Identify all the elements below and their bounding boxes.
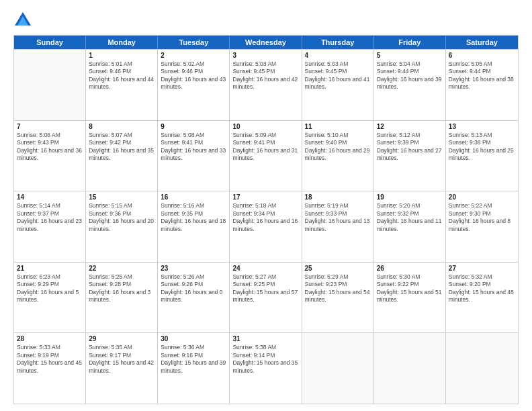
day-info: Sunrise: 5:06 AM Sunset: 9:43 PM Dayligh… bbox=[17, 132, 83, 163]
calendar-cell: 1Sunrise: 5:01 AM Sunset: 9:46 PM Daylig… bbox=[86, 50, 158, 120]
day-number: 10 bbox=[232, 123, 298, 130]
day-info: Sunrise: 5:02 AM Sunset: 9:46 PM Dayligh… bbox=[161, 60, 226, 91]
calendar-cell: 11Sunrise: 5:10 AM Sunset: 9:40 PM Dayli… bbox=[302, 121, 374, 191]
day-number: 15 bbox=[89, 193, 154, 201]
calendar-cell: 25Sunrise: 5:29 AM Sunset: 9:23 PM Dayli… bbox=[302, 263, 374, 333]
calendar-cell: 31Sunrise: 5:38 AM Sunset: 9:14 PM Dayli… bbox=[230, 333, 302, 404]
day-number: 27 bbox=[449, 265, 515, 272]
day-number: 16 bbox=[161, 193, 226, 201]
header-cell-tuesday: Tuesday bbox=[158, 36, 230, 49]
day-info: Sunrise: 5:15 AM Sunset: 9:36 PM Dayligh… bbox=[89, 202, 154, 233]
header-cell-monday: Monday bbox=[86, 36, 158, 49]
day-info: Sunrise: 5:01 AM Sunset: 9:46 PM Dayligh… bbox=[89, 60, 154, 91]
day-number: 29 bbox=[89, 335, 154, 342]
day-info: Sunrise: 5:08 AM Sunset: 9:41 PM Dayligh… bbox=[161, 132, 226, 163]
logo bbox=[13, 11, 35, 30]
day-number: 6 bbox=[449, 52, 515, 59]
day-info: Sunrise: 5:30 AM Sunset: 9:22 PM Dayligh… bbox=[377, 273, 443, 304]
header-cell-thursday: Thursday bbox=[302, 36, 374, 49]
calendar-cell: 2Sunrise: 5:02 AM Sunset: 9:46 PM Daylig… bbox=[158, 50, 230, 120]
calendar-cell bbox=[302, 333, 374, 404]
calendar-cell: 15Sunrise: 5:15 AM Sunset: 9:36 PM Dayli… bbox=[86, 191, 158, 262]
calendar-cell: 23Sunrise: 5:26 AM Sunset: 9:26 PM Dayli… bbox=[158, 263, 230, 333]
calendar-cell: 26Sunrise: 5:30 AM Sunset: 9:22 PM Dayli… bbox=[374, 263, 446, 333]
day-number: 1 bbox=[89, 52, 154, 59]
day-info: Sunrise: 5:10 AM Sunset: 9:40 PM Dayligh… bbox=[305, 132, 371, 163]
day-number: 18 bbox=[305, 193, 371, 201]
day-number: 23 bbox=[161, 265, 226, 272]
calendar-cell: 5Sunrise: 5:04 AM Sunset: 9:44 PM Daylig… bbox=[374, 50, 446, 120]
day-number: 22 bbox=[89, 265, 154, 272]
calendar: SundayMondayTuesdayWednesdayThursdayFrid… bbox=[13, 35, 519, 404]
day-info: Sunrise: 5:04 AM Sunset: 9:44 PM Dayligh… bbox=[377, 60, 443, 91]
calendar-cell: 9Sunrise: 5:08 AM Sunset: 9:41 PM Daylig… bbox=[158, 121, 230, 191]
calendar-cell: 13Sunrise: 5:13 AM Sunset: 9:38 PM Dayli… bbox=[446, 121, 518, 191]
day-number: 9 bbox=[161, 123, 226, 130]
day-number: 30 bbox=[161, 335, 226, 342]
day-info: Sunrise: 5:03 AM Sunset: 9:45 PM Dayligh… bbox=[305, 60, 371, 91]
day-number: 11 bbox=[305, 123, 371, 130]
calendar-cell: 16Sunrise: 5:16 AM Sunset: 9:35 PM Dayli… bbox=[158, 191, 230, 262]
day-number: 25 bbox=[305, 265, 371, 272]
day-info: Sunrise: 5:09 AM Sunset: 9:41 PM Dayligh… bbox=[232, 132, 298, 163]
day-info: Sunrise: 5:18 AM Sunset: 9:34 PM Dayligh… bbox=[232, 202, 298, 233]
day-number: 20 bbox=[449, 193, 515, 201]
calendar-cell: 12Sunrise: 5:12 AM Sunset: 9:39 PM Dayli… bbox=[374, 121, 446, 191]
day-info: Sunrise: 5:19 AM Sunset: 9:33 PM Dayligh… bbox=[305, 202, 371, 233]
day-number: 8 bbox=[89, 123, 154, 130]
day-info: Sunrise: 5:05 AM Sunset: 9:44 PM Dayligh… bbox=[449, 60, 515, 91]
calendar-cell: 29Sunrise: 5:35 AM Sunset: 9:17 PM Dayli… bbox=[86, 333, 158, 404]
calendar-row-3: 14Sunrise: 5:14 AM Sunset: 9:37 PM Dayli… bbox=[14, 191, 518, 262]
calendar-cell: 6Sunrise: 5:05 AM Sunset: 9:44 PM Daylig… bbox=[446, 50, 518, 120]
calendar-row-1: 1Sunrise: 5:01 AM Sunset: 9:46 PM Daylig… bbox=[14, 49, 518, 120]
header-cell-friday: Friday bbox=[374, 36, 446, 49]
header-cell-saturday: Saturday bbox=[446, 36, 518, 49]
calendar-row-4: 21Sunrise: 5:23 AM Sunset: 9:29 PM Dayli… bbox=[14, 262, 518, 333]
calendar-cell: 20Sunrise: 5:22 AM Sunset: 9:30 PM Dayli… bbox=[446, 191, 518, 262]
calendar-cell: 28Sunrise: 5:33 AM Sunset: 9:19 PM Dayli… bbox=[14, 333, 86, 404]
day-info: Sunrise: 5:26 AM Sunset: 9:26 PM Dayligh… bbox=[161, 273, 226, 304]
page: SundayMondayTuesdayWednesdayThursdayFrid… bbox=[0, 0, 532, 411]
day-info: Sunrise: 5:12 AM Sunset: 9:39 PM Dayligh… bbox=[377, 132, 443, 163]
day-number: 14 bbox=[17, 193, 83, 201]
calendar-row-2: 7Sunrise: 5:06 AM Sunset: 9:43 PM Daylig… bbox=[14, 120, 518, 191]
day-info: Sunrise: 5:25 AM Sunset: 9:28 PM Dayligh… bbox=[89, 273, 154, 304]
calendar-row-5: 28Sunrise: 5:33 AM Sunset: 9:19 PM Dayli… bbox=[14, 332, 518, 404]
calendar-cell: 18Sunrise: 5:19 AM Sunset: 9:33 PM Dayli… bbox=[302, 191, 374, 262]
day-info: Sunrise: 5:35 AM Sunset: 9:17 PM Dayligh… bbox=[89, 344, 154, 375]
day-info: Sunrise: 5:13 AM Sunset: 9:38 PM Dayligh… bbox=[449, 132, 515, 163]
logo-icon bbox=[13, 11, 32, 30]
day-info: Sunrise: 5:23 AM Sunset: 9:29 PM Dayligh… bbox=[17, 273, 83, 304]
calendar-cell: 24Sunrise: 5:27 AM Sunset: 9:25 PM Dayli… bbox=[230, 263, 302, 333]
day-info: Sunrise: 5:27 AM Sunset: 9:25 PM Dayligh… bbox=[232, 273, 298, 304]
day-number: 2 bbox=[161, 52, 226, 59]
calendar-cell: 17Sunrise: 5:18 AM Sunset: 9:34 PM Dayli… bbox=[230, 191, 302, 262]
day-info: Sunrise: 5:14 AM Sunset: 9:37 PM Dayligh… bbox=[17, 202, 83, 233]
day-info: Sunrise: 5:33 AM Sunset: 9:19 PM Dayligh… bbox=[17, 344, 83, 375]
day-number: 17 bbox=[232, 193, 298, 201]
day-number: 13 bbox=[449, 123, 515, 130]
calendar-cell: 3Sunrise: 5:03 AM Sunset: 9:45 PM Daylig… bbox=[230, 50, 302, 120]
calendar-cell: 7Sunrise: 5:06 AM Sunset: 9:43 PM Daylig… bbox=[14, 121, 86, 191]
day-info: Sunrise: 5:16 AM Sunset: 9:35 PM Dayligh… bbox=[161, 202, 226, 233]
day-info: Sunrise: 5:07 AM Sunset: 9:42 PM Dayligh… bbox=[89, 132, 154, 163]
calendar-cell: 21Sunrise: 5:23 AM Sunset: 9:29 PM Dayli… bbox=[14, 263, 86, 333]
day-number: 26 bbox=[377, 265, 443, 272]
day-number: 4 bbox=[305, 52, 371, 59]
day-number: 12 bbox=[377, 123, 443, 130]
calendar-cell: 19Sunrise: 5:20 AM Sunset: 9:32 PM Dayli… bbox=[374, 191, 446, 262]
calendar-cell bbox=[14, 50, 86, 120]
header-cell-wednesday: Wednesday bbox=[230, 36, 302, 49]
day-info: Sunrise: 5:36 AM Sunset: 9:16 PM Dayligh… bbox=[161, 344, 226, 375]
day-number: 3 bbox=[232, 52, 298, 59]
day-number: 24 bbox=[232, 265, 298, 272]
calendar-cell: 27Sunrise: 5:32 AM Sunset: 9:20 PM Dayli… bbox=[446, 263, 518, 333]
day-number: 28 bbox=[17, 335, 83, 342]
calendar-cell bbox=[446, 333, 518, 404]
day-info: Sunrise: 5:22 AM Sunset: 9:30 PM Dayligh… bbox=[449, 202, 515, 233]
day-info: Sunrise: 5:03 AM Sunset: 9:45 PM Dayligh… bbox=[232, 60, 298, 91]
header bbox=[13, 11, 519, 30]
day-number: 7 bbox=[17, 123, 83, 130]
calendar-body: 1Sunrise: 5:01 AM Sunset: 9:46 PM Daylig… bbox=[14, 49, 518, 404]
calendar-cell: 14Sunrise: 5:14 AM Sunset: 9:37 PM Dayli… bbox=[14, 191, 86, 262]
